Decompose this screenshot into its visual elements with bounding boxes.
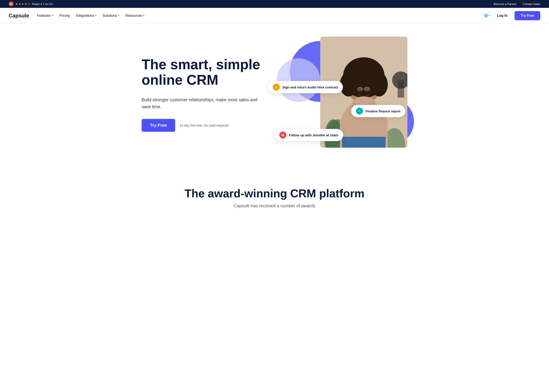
chevron-down-icon: ▾ <box>95 14 97 17</box>
contact-sales-link[interactable]: Contact Sales <box>523 2 540 6</box>
nav-resources[interactable]: Resources ▾ <box>126 14 144 18</box>
decorative-circle-small <box>277 58 320 102</box>
rating-text: Rated 4.7 on G2 <box>32 2 53 6</box>
awards-subtitle: Capsule has received a number of awards <box>9 203 540 208</box>
chevron-down-icon: ▾ <box>118 14 120 17</box>
nav-integrations[interactable]: Integrations ▾ <box>76 14 97 18</box>
chevron-down-icon: ▾ <box>52 14 53 17</box>
task-check-icon <box>273 84 280 91</box>
become-partner-link[interactable]: Become a Partner <box>494 2 517 6</box>
globe-icon: 🌐 <box>484 14 488 18</box>
hero-cta: Try Free 14 day free trial. No card requ… <box>142 119 264 132</box>
logo[interactable]: Capsule <box>9 13 29 19</box>
navbar-left: Capsule Features ▾ Pricing Integrations … <box>9 13 144 19</box>
top-bar-right: Become a Partner Contact Sales <box>494 2 540 6</box>
svg-point-22 <box>274 85 278 89</box>
nav-features[interactable]: Features ▾ <box>37 14 53 18</box>
hero-right: Sign and return Audio Hive contract Fina… <box>272 37 407 152</box>
language-selector[interactable]: 🌐 ▾ <box>484 14 490 18</box>
trial-text: 14 day free trial. No card required. <box>180 124 229 127</box>
hero-subtitle: Build stronger customer relationships, m… <box>142 96 264 110</box>
task-notification-2: Finalise finance report <box>351 105 405 117</box>
top-bar-left: G ★★★★½ Rated 4.7 on G2 <box>9 1 53 6</box>
navbar-right: 🌐 ▾ Log In Try Free <box>484 11 540 20</box>
login-button[interactable]: Log In <box>494 12 511 19</box>
task-3-text: Follow up with Jennifer at 10am <box>289 133 338 137</box>
top-bar: G ★★★★½ Rated 4.7 on G2 Become a Partner… <box>0 0 549 8</box>
chevron-down-icon: ▾ <box>489 14 490 17</box>
hero-section: The smart, simple online CRM Build stron… <box>133 23 416 169</box>
nav-links: Features ▾ Pricing Integrations ▾ Soluti… <box>37 14 144 18</box>
task-timer-icon <box>356 108 363 115</box>
task-mail-icon <box>279 132 286 139</box>
g2-logo-icon: G <box>9 1 14 6</box>
star-rating: ★★★★½ <box>15 2 30 6</box>
svg-point-14 <box>365 88 369 90</box>
svg-rect-21 <box>398 80 404 98</box>
task-notification-3: Follow up with Jennifer at 10am <box>274 129 343 141</box>
svg-point-19 <box>354 97 374 105</box>
nav-solutions[interactable]: Solutions ▾ <box>103 14 120 18</box>
chevron-down-icon: ▾ <box>143 14 144 17</box>
navbar: Capsule Features ▾ Pricing Integrations … <box>0 8 549 23</box>
hero-title: The smart, simple online CRM <box>142 57 264 88</box>
awards-section: The award-winning CRM platform Capsule h… <box>0 169 549 222</box>
svg-point-24 <box>281 133 285 137</box>
awards-title: The award-winning CRM platform <box>9 187 540 200</box>
svg-rect-6 <box>342 137 386 148</box>
hero-left: The smart, simple online CRM Build stron… <box>142 57 264 132</box>
hero-try-free-button[interactable]: Try Free <box>142 119 175 132</box>
svg-point-12 <box>370 72 388 97</box>
task-2-text: Finalise finance report <box>366 109 401 113</box>
svg-point-11 <box>340 72 357 97</box>
task-1-text: Sign and return Audio Hive contract <box>282 85 338 89</box>
task-notification-1: Sign and return Audio Hive contract <box>268 81 343 93</box>
nav-pricing[interactable]: Pricing <box>59 14 70 18</box>
nav-try-free-button[interactable]: Try Free <box>514 11 540 20</box>
